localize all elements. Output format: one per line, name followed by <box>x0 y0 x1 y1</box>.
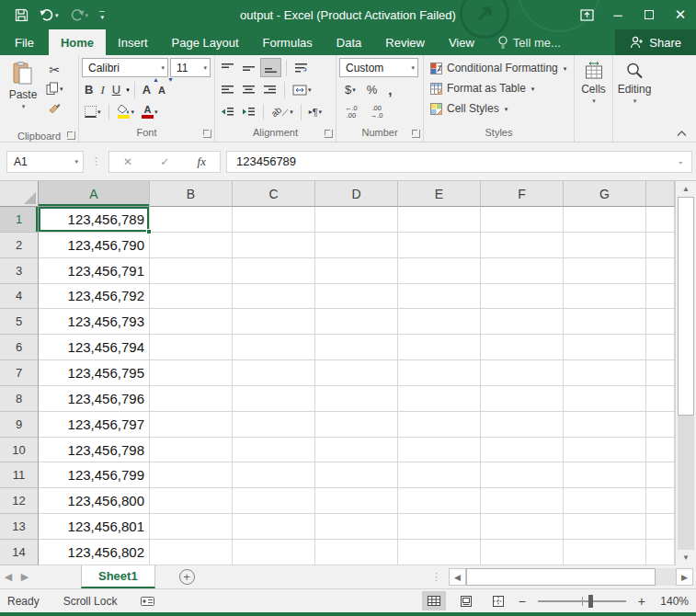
cell-D5[interactable] <box>315 309 398 335</box>
vertical-scrollbar[interactable]: ▲ ▼ <box>675 181 696 565</box>
cell-F9[interactable] <box>481 412 564 438</box>
merge-center-icon[interactable]: ▾ <box>290 80 314 99</box>
column-header-E[interactable]: E <box>398 181 481 207</box>
tab-review[interactable]: Review <box>373 29 437 55</box>
row-header-4[interactable]: 4 <box>0 284 39 310</box>
cell-D14[interactable] <box>315 540 398 565</box>
zoom-out-button[interactable]: − <box>519 594 526 609</box>
cell-G6[interactable] <box>564 335 646 360</box>
bold-button[interactable]: B <box>82 80 96 99</box>
maximize-button[interactable] <box>633 1 665 29</box>
cell-E3[interactable] <box>398 258 481 284</box>
zoom-level[interactable]: 140% <box>654 595 689 608</box>
undo-dropdown-icon[interactable]: ▾ <box>55 12 59 18</box>
cell-D4[interactable] <box>315 284 398 310</box>
tab-insert[interactable]: Insert <box>106 29 160 55</box>
macro-record-icon[interactable] <box>141 596 154 607</box>
paste-dropdown-icon[interactable]: ▾ <box>22 103 26 109</box>
cell-C6[interactable] <box>233 335 315 360</box>
cell-C14[interactable] <box>233 540 315 565</box>
cell-styles-button[interactable]: Cell Styles▾ <box>427 98 571 119</box>
cell-E2[interactable] <box>398 233 481 258</box>
row-header-13[interactable]: 13 <box>0 514 39 540</box>
align-bottom-icon[interactable] <box>260 58 281 77</box>
comma-style-button[interactable]: , <box>385 80 394 99</box>
tab-data[interactable]: Data <box>325 29 373 55</box>
column-header-F[interactable]: F <box>481 181 564 207</box>
row-header-2[interactable]: 2 <box>0 233 39 258</box>
tab-view[interactable]: View <box>437 29 486 55</box>
clipboard-dialog-launcher-icon[interactable] <box>67 131 75 140</box>
cell-C7[interactable] <box>233 360 315 386</box>
percent-style-button[interactable]: % <box>364 80 381 99</box>
insert-function-icon[interactable]: fx <box>198 154 206 169</box>
new-sheet-icon[interactable]: + <box>179 569 195 585</box>
cell-D8[interactable] <box>315 386 398 412</box>
cell-A2[interactable]: 123,456,790 <box>39 233 150 258</box>
cell-G9[interactable] <box>564 412 646 438</box>
cell-G11[interactable] <box>564 462 646 488</box>
cell-G2[interactable] <box>564 233 646 258</box>
row-header-5[interactable]: 5 <box>0 309 39 335</box>
row-header-3[interactable]: 3 <box>0 258 39 284</box>
borders-icon[interactable]: ▾ <box>82 102 104 121</box>
cell-A9[interactable]: 123,456,797 <box>39 412 150 438</box>
decrease-decimal-icon[interactable]: .00→.0 <box>368 102 386 121</box>
formula-input[interactable]: 123456789⌄ <box>226 151 692 173</box>
cell-partial-8[interactable] <box>646 386 675 412</box>
row-header-9[interactable]: 9 <box>0 412 39 438</box>
cell-G4[interactable] <box>564 284 646 310</box>
cell-B2[interactable] <box>150 233 233 258</box>
cell-E6[interactable] <box>398 335 481 360</box>
cell-B13[interactable] <box>150 514 233 540</box>
cell-F1[interactable] <box>481 207 564 233</box>
cell-E12[interactable] <box>398 488 481 514</box>
cell-G3[interactable] <box>564 258 646 284</box>
cell-E5[interactable] <box>398 309 481 335</box>
minimize-button[interactable]: ─ <box>602 1 633 29</box>
cell-partial-13[interactable] <box>646 514 675 540</box>
underline-dropdown-icon[interactable]: ▾ <box>126 86 130 93</box>
cell-C1[interactable] <box>233 207 315 233</box>
name-box-dropdown-icon[interactable]: ▾ <box>74 158 78 165</box>
cell-C8[interactable] <box>233 386 315 412</box>
cell-C9[interactable] <box>233 412 315 438</box>
cell-E14[interactable] <box>398 540 481 565</box>
row-header-10[interactable]: 10 <box>0 438 39 463</box>
scroll-right-icon[interactable]: ▶ <box>676 568 693 586</box>
cell-F14[interactable] <box>481 540 564 565</box>
cell-B14[interactable] <box>150 540 233 565</box>
align-center-icon[interactable] <box>239 80 258 99</box>
cell-F12[interactable] <box>481 488 564 514</box>
row-header-14[interactable]: 14 <box>0 540 39 565</box>
cell-partial-12[interactable] <box>646 488 675 514</box>
align-right-icon[interactable] <box>260 80 280 99</box>
align-middle-icon[interactable] <box>239 58 258 77</box>
cell-G7[interactable] <box>564 360 646 386</box>
cell-partial-11[interactable] <box>646 462 675 488</box>
cell-A5[interactable]: 123,456,793 <box>39 309 150 335</box>
sheet-tab-sheet1[interactable]: Sheet1 <box>81 565 155 588</box>
cell-B5[interactable] <box>150 309 233 335</box>
fill-handle[interactable] <box>146 229 152 234</box>
cell-A1[interactable]: 123,456,789 <box>39 207 150 233</box>
save-icon[interactable] <box>11 6 32 24</box>
cell-F5[interactable] <box>481 309 564 335</box>
cell-E8[interactable] <box>398 386 481 412</box>
underline-button[interactable]: U <box>109 80 123 99</box>
redo-button[interactable]: ▾ <box>66 6 93 23</box>
orientation-icon[interactable]: ab▾ <box>268 102 296 121</box>
cell-C2[interactable] <box>233 233 315 258</box>
cell-D3[interactable] <box>315 258 398 284</box>
cell-F8[interactable] <box>481 386 564 412</box>
undo-button[interactable]: ▾ <box>36 6 63 23</box>
increase-indent-icon[interactable] <box>239 102 258 121</box>
cell-F10[interactable] <box>481 438 564 463</box>
text-direction-icon[interactable]: ▸¶▾ <box>306 102 325 121</box>
font-dialog-launcher-icon[interactable] <box>203 130 211 138</box>
redo-dropdown-icon[interactable]: ▾ <box>86 12 89 18</box>
cell-B6[interactable] <box>150 335 233 360</box>
cell-G1[interactable] <box>564 207 646 233</box>
column-header-G[interactable]: G <box>564 181 646 207</box>
cell-B9[interactable] <box>150 412 233 438</box>
